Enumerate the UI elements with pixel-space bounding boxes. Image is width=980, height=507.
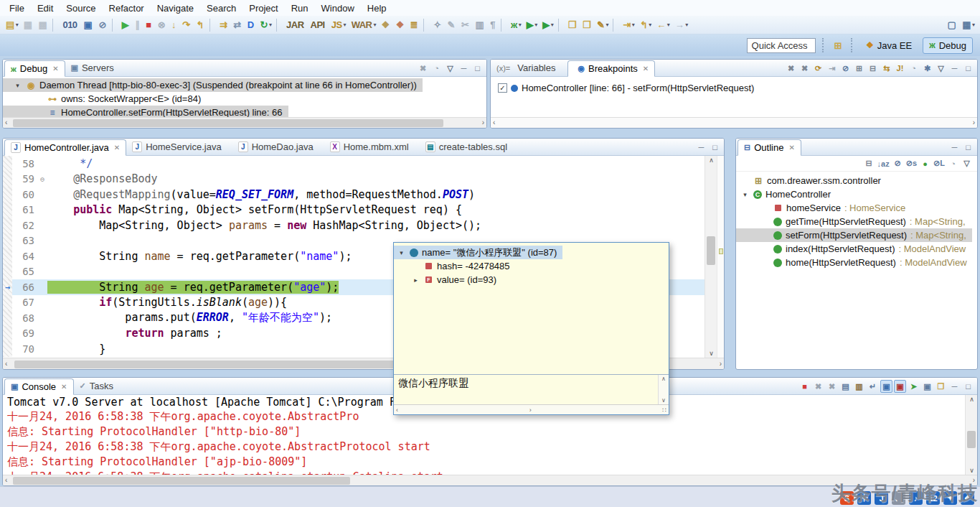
- new-ejb-icon[interactable]: ❖: [378, 17, 392, 33]
- hide-fields-icon[interactable]: ⊘: [892, 157, 904, 170]
- tab-home-mbm-xml[interactable]: XHome.mbm.xml: [324, 139, 420, 155]
- scroll-down-icon[interactable]: ∨: [661, 397, 666, 404]
- maximize-icon[interactable]: □: [471, 62, 484, 75]
- scroll-right-icon[interactable]: ›: [720, 360, 722, 368]
- remove-all-launches-icon[interactable]: ✖: [826, 380, 838, 393]
- word-wrap-icon[interactable]: ↵: [867, 380, 879, 393]
- mark-occurrences-icon[interactable]: ⇥▾: [620, 17, 636, 33]
- scroll-right-icon[interactable]: ›: [973, 118, 975, 126]
- scroll-right-icon[interactable]: ›: [482, 118, 484, 126]
- debug-ui-icon[interactable]: D: [245, 17, 258, 33]
- save-icon[interactable]: ▦: [21, 17, 36, 33]
- method-row-setform[interactable]: setForm(HttpServletRequest) : Map<String…: [736, 228, 972, 242]
- disconnect-icon[interactable]: ⊗: [155, 17, 169, 33]
- suspend-on-exception-icon[interactable]: J!: [894, 62, 906, 75]
- remove-terminated-icon[interactable]: ✖: [417, 62, 429, 75]
- terminate-icon[interactable]: ■: [143, 17, 154, 33]
- use-step-filters-icon[interactable]: ⇄: [230, 17, 244, 33]
- show-supported-icon[interactable]: ⟳: [812, 62, 824, 75]
- maximize-icon[interactable]: □: [962, 380, 974, 393]
- tab-servers[interactable]: ▣Servers: [65, 60, 125, 76]
- show-whitespace-icon[interactable]: ¶: [487, 17, 499, 33]
- code-line-58[interactable]: 58 */: [3, 156, 705, 172]
- thread-row[interactable]: ▾ ◉ Daemon Thread [http-bio-80-exec-3] (…: [3, 78, 423, 92]
- display-console-icon[interactable]: ▣: [921, 380, 933, 393]
- back-icon[interactable]: ←▾: [654, 17, 672, 33]
- remove-breakpoint-icon[interactable]: ✖: [785, 62, 797, 75]
- popup-vscrollbar[interactable]: ∧∨: [658, 375, 669, 404]
- tree-expand-icon[interactable]: ▾: [397, 249, 406, 256]
- menu-item[interactable]: Search: [200, 1, 242, 15]
- scroll-left-icon[interactable]: ‹: [493, 118, 495, 126]
- overview-ruler[interactable]: [717, 156, 724, 358]
- link-with-editor-icon[interactable]: ◔: [947, 157, 959, 170]
- javadoc-icon[interactable]: API: [308, 17, 329, 33]
- tab-create-tables-sql[interactable]: ▤create-tables.sql: [420, 139, 518, 155]
- scroll-up-icon[interactable]: ∧: [661, 376, 666, 382]
- tree-expand-icon[interactable]: ▾: [740, 191, 750, 198]
- scroll-left-icon[interactable]: ‹: [396, 406, 398, 414]
- package-row[interactable]: ⊞ com.dreawer.ssm.controller: [736, 174, 890, 187]
- perspective-java-ee[interactable]: ❖Java EE: [860, 38, 918, 53]
- close-icon[interactable]: ✕: [643, 65, 649, 73]
- debug-hscrollbar[interactable]: ‹ ›: [3, 117, 486, 128]
- remove-all-breakpoints-icon[interactable]: ✖: [798, 62, 811, 75]
- scroll-left-icon[interactable]: ‹: [5, 476, 7, 484]
- scrollbar-thumb[interactable]: [13, 477, 350, 485]
- popup-hscrollbar[interactable]: ‹›∷: [394, 404, 669, 414]
- resize-grip-icon[interactable]: ∷: [662, 406, 666, 414]
- tab-homecontroller-java[interactable]: JHomeController.java✕: [4, 139, 126, 156]
- expand-all-icon[interactable]: ⊞: [853, 62, 865, 75]
- scroll-down-icon[interactable]: ∨: [705, 350, 717, 357]
- menu-item[interactable]: Navigate: [151, 1, 200, 15]
- menu-item[interactable]: File: [3, 1, 31, 15]
- menu-item[interactable]: Source: [60, 1, 102, 15]
- plugin-search-icon[interactable]: ✧: [430, 17, 444, 33]
- pin-console-icon[interactable]: ➤: [908, 380, 920, 393]
- quick-access-input[interactable]: Quick Access: [747, 38, 816, 53]
- run-error-icon[interactable]: ▶▾: [540, 17, 556, 33]
- remove-launch-icon[interactable]: ✖: [812, 380, 824, 393]
- menu-item[interactable]: Project: [242, 1, 284, 15]
- tab-tasks[interactable]: ✓Tasks: [74, 378, 124, 394]
- scrollbar-thumb[interactable]: [707, 236, 715, 264]
- relaunch-icon[interactable]: ↻▾: [258, 17, 274, 33]
- external-tools-icon[interactable]: ✎▾: [594, 17, 611, 33]
- breakpoint-row[interactable]: ✓ HomeController [line: 66] - setForm(Ht…: [498, 81, 760, 95]
- step-into-icon[interactable]: ↓: [169, 17, 179, 33]
- view-menu-icon[interactable]: ▽: [935, 62, 947, 75]
- view-menu-icon[interactable]: ▽: [961, 157, 973, 170]
- open-perspective-icon[interactable]: ⊞: [831, 37, 844, 53]
- minimize-icon[interactable]: ─: [948, 141, 961, 154]
- skip-all-breakpoints-icon[interactable]: ⊘: [95, 17, 109, 33]
- show-stdout-icon[interactable]: ▣: [880, 380, 892, 393]
- step-over-icon[interactable]: ↷: [179, 17, 193, 33]
- tab-homeservice-java[interactable]: JHomeService.java: [126, 139, 232, 155]
- menu-item[interactable]: Run: [285, 1, 315, 15]
- breakpoint-checkbox[interactable]: ✓: [498, 83, 507, 93]
- view-menu-icon[interactable]: ▽: [444, 62, 456, 75]
- menu-item[interactable]: Window: [315, 1, 361, 15]
- tab-outline[interactable]: ⊟Outline✕: [738, 139, 801, 156]
- new-js-icon[interactable]: JS▾: [329, 17, 349, 33]
- minimize-icon[interactable]: ─: [458, 62, 470, 75]
- method-row-index[interactable]: index(HttpServletRequest) : ModelAndView: [736, 242, 971, 256]
- menu-item[interactable]: Help: [361, 1, 393, 15]
- minimize-icon[interactable]: ─: [948, 380, 961, 393]
- skip-all-breakpoints-icon[interactable]: ⊘: [839, 62, 852, 75]
- tab-homedao-java[interactable]: JHomeDao.java: [232, 139, 324, 155]
- stack-frame-row[interactable]: ≡ HomeController.setForm(HttpServletRequ…: [3, 106, 288, 117]
- close-icon[interactable]: ✕: [52, 65, 58, 73]
- code-line-60[interactable]: 60 @RequestMapping(value=REQ_SET_FORM, m…: [3, 187, 705, 203]
- save-all-icon[interactable]: ▩: [36, 17, 51, 33]
- tab-variables[interactable]: (x)=Variables: [491, 60, 566, 76]
- field-row-homeservice[interactable]: homeService : HomeService: [736, 201, 911, 215]
- maximize-icon[interactable]: □: [962, 141, 974, 154]
- debug-launch-icon[interactable]: ж▾: [508, 17, 524, 33]
- editor-vscrollbar[interactable]: ∧ ∨: [705, 156, 717, 358]
- suspend-icon[interactable]: ∥: [132, 17, 143, 33]
- variable-value-text[interactable]: 微信小程序联盟: [394, 375, 658, 404]
- drop-to-frame-icon[interactable]: ⇉: [217, 17, 230, 33]
- close-icon[interactable]: ✕: [114, 144, 120, 152]
- show-stderr-icon[interactable]: ▣: [894, 380, 906, 393]
